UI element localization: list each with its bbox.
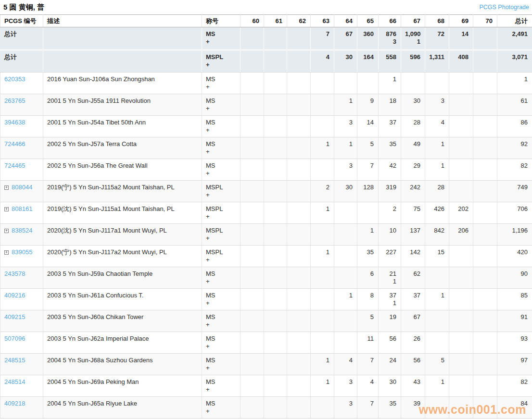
coin-description: 2004 5 Yn Sun-J69a Peking Man bbox=[47, 378, 197, 386]
grade-62-cell bbox=[287, 137, 311, 159]
pcgs-number-link[interactable]: 808044 bbox=[12, 184, 32, 191]
grade-61-cell bbox=[264, 354, 287, 375]
column-header-60: 60 bbox=[241, 15, 264, 27]
grade-67-count: 242 bbox=[405, 184, 420, 191]
grade-63-cell: 4 bbox=[311, 50, 334, 73]
topbar: 5 圆 黄铜, 普 PCGS Photograde bbox=[0, 0, 532, 14]
grade-63-count: 1 bbox=[315, 248, 329, 256]
pcgs-number-link[interactable]: 839055 bbox=[12, 248, 32, 256]
grade-60-cell bbox=[241, 375, 264, 397]
pcgs-number-link[interactable]: 248514 bbox=[4, 378, 25, 385]
grade-63-cell bbox=[311, 310, 334, 332]
grade-68-cell: 3 bbox=[425, 94, 449, 116]
grade-61-cell bbox=[264, 332, 287, 354]
pcgs-number-link[interactable]: 724466 bbox=[4, 140, 25, 148]
grade-70-cell bbox=[473, 159, 497, 181]
pcgs-number-cell: +808161 bbox=[0, 202, 43, 224]
description-cell: 2004 5 Yn Sun-J69a Peking Man bbox=[43, 375, 202, 397]
grade-62-cell bbox=[287, 73, 311, 94]
grade-61-cell bbox=[264, 116, 287, 137]
designation-cell: MS+ bbox=[202, 137, 241, 159]
grade-67-cell bbox=[401, 73, 425, 94]
grade-70-cell bbox=[473, 246, 497, 267]
expand-icon[interactable]: + bbox=[4, 185, 9, 190]
row-total-cell: 1 bbox=[497, 73, 532, 94]
grade-68-cell: 5 bbox=[425, 354, 449, 375]
grade-68-count: 72 bbox=[429, 30, 444, 38]
pcgs-number-link[interactable]: 808161 bbox=[12, 205, 32, 212]
grade-66-count: 18 bbox=[382, 97, 396, 105]
pcgs-number-link[interactable]: 248515 bbox=[4, 357, 25, 364]
grade-64-cell bbox=[334, 332, 357, 354]
total-row: 总计MSPL+4301645585961,3114083,071 bbox=[0, 50, 532, 73]
grade-66-cell: 8763 bbox=[379, 27, 401, 50]
grade-68-count: 842 bbox=[429, 227, 444, 234]
row-total: 92 bbox=[501, 140, 528, 148]
grade-67-count: 39 bbox=[405, 400, 420, 407]
coin-description: 2019(宁) 5 Yn Sun-J115a2 Mount Taishan, P… bbox=[47, 184, 197, 191]
grade-69-cell bbox=[449, 289, 473, 310]
pcgs-number-cell: 243578 bbox=[0, 267, 43, 289]
designation-plus: + bbox=[206, 38, 236, 46]
grade-66-cell: 35 bbox=[379, 397, 401, 419]
grade-67-count: 62 bbox=[405, 270, 420, 278]
grade-60-cell bbox=[241, 50, 264, 73]
pcgs-number-link[interactable]: 620353 bbox=[4, 75, 25, 83]
grade-66-cell: 42 bbox=[379, 159, 401, 181]
grade-65-cell: 1 bbox=[357, 224, 379, 246]
grade-65-cell: 35 bbox=[357, 246, 379, 267]
grade-64-count: 30 bbox=[338, 53, 353, 61]
population-report-page: 5 圆 黄铜, 普 PCGS Photograde PCGS 编号描述称号606… bbox=[0, 0, 532, 419]
row-total: 1 bbox=[501, 75, 528, 83]
expand-icon[interactable]: + bbox=[4, 207, 9, 211]
designation-plus: + bbox=[206, 407, 236, 415]
description-cell: 2016 Yuan Sun-J106a Sun Zhongshan bbox=[43, 73, 202, 94]
grade-68-cell: 842 bbox=[425, 224, 449, 246]
grade-60-cell bbox=[241, 94, 264, 116]
expand-icon[interactable]: + bbox=[4, 250, 9, 255]
grade-65-cell: 8 bbox=[357, 289, 379, 310]
grade-62-cell bbox=[287, 181, 311, 202]
grade-63-cell: 7 bbox=[311, 27, 334, 50]
expand-icon[interactable]: + bbox=[4, 229, 9, 233]
pcgs-number-link[interactable]: 838524 bbox=[12, 227, 32, 234]
grade-61-cell bbox=[264, 397, 287, 419]
grade-61-cell bbox=[264, 159, 287, 181]
row-total: 1,196 bbox=[501, 227, 528, 234]
pcgs-number-link[interactable]: 409218 bbox=[4, 400, 25, 407]
grade-68-cell bbox=[425, 267, 449, 289]
grade-65-count: 128 bbox=[361, 184, 374, 191]
pcgs-number-link[interactable]: 394638 bbox=[4, 119, 25, 126]
pcgs-number-link[interactable]: 263765 bbox=[4, 97, 25, 104]
designation-plus: + bbox=[206, 148, 236, 156]
grade-69-count: 14 bbox=[453, 30, 469, 38]
pcgs-number-link[interactable]: 724465 bbox=[4, 162, 25, 169]
grade-69-cell bbox=[449, 397, 473, 419]
coin-description: 2004 5 Yn Sun-J65a Riyue Lake bbox=[47, 400, 197, 407]
grade-61-cell bbox=[264, 246, 287, 267]
grade-69-cell bbox=[449, 246, 473, 267]
photograde-link[interactable]: PCGS Photograde bbox=[479, 4, 529, 11]
column-header-66: 66 bbox=[379, 15, 401, 27]
table-row: 2637652001 5 Yn Sun-J55a 1911 Revolution… bbox=[0, 94, 532, 116]
grade-67-count: 142 bbox=[405, 248, 420, 256]
grade-68-cell: 72 bbox=[425, 27, 449, 50]
pcgs-number-link[interactable]: 409215 bbox=[4, 313, 25, 320]
pcgs-number-link[interactable]: 507096 bbox=[4, 335, 25, 342]
designation-plus: + bbox=[206, 299, 236, 307]
column-header-67: 67 bbox=[401, 15, 425, 27]
grade-66-cell: 19 bbox=[379, 310, 401, 332]
grade-60-cell bbox=[241, 310, 264, 332]
grade-68-count: 1 bbox=[429, 378, 444, 386]
column-header-pcgs-number: PCGS 编号 bbox=[0, 15, 43, 27]
designation: MS bbox=[206, 357, 236, 364]
grade-66-cell: 1 bbox=[379, 73, 401, 94]
total-label: 总计 bbox=[4, 53, 38, 61]
grade-61-cell bbox=[264, 310, 287, 332]
grade-66-count: 35 bbox=[382, 400, 396, 407]
designation-plus: + bbox=[206, 256, 236, 264]
grade-68-count: 1 bbox=[429, 162, 444, 170]
grade-70-cell bbox=[473, 116, 497, 137]
pcgs-number-link[interactable]: 409216 bbox=[4, 292, 25, 299]
pcgs-number-link[interactable]: 243578 bbox=[4, 270, 25, 277]
